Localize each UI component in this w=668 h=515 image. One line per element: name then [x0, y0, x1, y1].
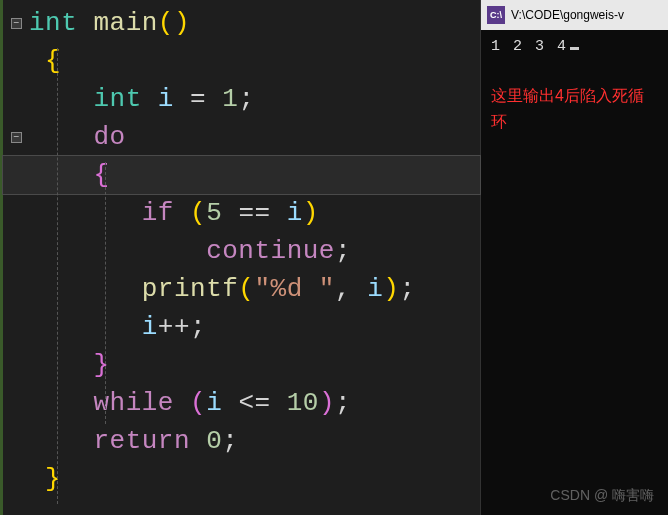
code-line[interactable]: i++; [3, 308, 480, 346]
code-line[interactable]: return 0; [3, 422, 480, 460]
code-line[interactable]: { [3, 42, 480, 80]
console-output: 1 2 3 4 [491, 38, 568, 55]
code-editor[interactable]: − int main() { int i = 1; − do { if (5 =… [0, 0, 480, 515]
indent-guide [57, 48, 58, 504]
fold-minus-icon[interactable]: − [11, 18, 22, 29]
cursor-icon [570, 47, 579, 50]
code-line[interactable]: continue; [3, 232, 480, 270]
console-title: V:\CODE\gongweis-v [511, 8, 624, 22]
indent-guide [105, 162, 106, 424]
code-line[interactable]: int i = 1; [3, 80, 480, 118]
console-titlebar[interactable]: C:\ V:\CODE\gongweis-v [481, 0, 668, 30]
fold-minus-icon[interactable]: − [11, 132, 22, 143]
code-line[interactable]: if (5 == i) [3, 194, 480, 232]
code-line[interactable]: } [3, 460, 480, 498]
console-panel: C:\ V:\CODE\gongweis-v 1 2 3 4 这里输出4后陷入死… [480, 0, 668, 515]
code-line[interactable]: } [3, 346, 480, 384]
code-line[interactable]: − int main() [3, 4, 480, 42]
console-icon: C:\ [487, 6, 505, 24]
code-line[interactable]: − do [3, 118, 480, 156]
console-body[interactable]: 1 2 3 4 这里输出4后陷入死循环 [481, 30, 668, 142]
code-line-active[interactable]: { [3, 156, 480, 194]
code-line[interactable]: printf("%d ", i); [3, 270, 480, 308]
code-line[interactable]: while (i <= 10); [3, 384, 480, 422]
watermark: CSDN @ 嗨害嗨 [550, 487, 654, 505]
annotation-text: 这里输出4后陷入死循环 [491, 83, 658, 134]
